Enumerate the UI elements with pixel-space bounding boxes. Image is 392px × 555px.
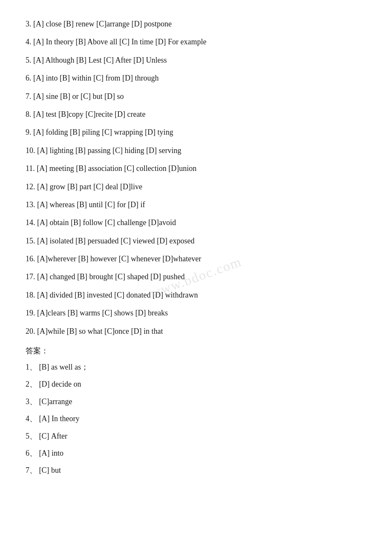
question-item: 8. [A] test [B]copy [C]recite [D] create — [26, 107, 366, 121]
answer-title: 答案： — [26, 346, 366, 356]
question-item: 17. [A] changed [B] brought [C] shaped [… — [26, 270, 366, 283]
question-list: 3. [A] close [B] renew [C]arrange [D] po… — [26, 17, 366, 320]
question-item: 10. [A] lighting [B] passing [C] hiding … — [26, 144, 366, 157]
question-item: 11. [A] meeting [B] association [C] coll… — [26, 162, 366, 175]
question-item: 15. [A] isolated [B] persuaded [C] viewe… — [26, 234, 366, 248]
answer-item: 4、 [A] In theory — [26, 412, 366, 425]
question-item: 5. [A] Although [B] Lest [C] After [D] U… — [26, 53, 366, 67]
question-item: 16. [A]wherever [B] however [C] whenever… — [26, 252, 366, 266]
question-item: 6. [A] into [B] within [C] from [D] thro… — [26, 71, 366, 85]
question-item: 9. [A] folding [B] piling [C] wrapping [… — [26, 125, 366, 139]
answer-item: 3、 [C]arrange — [26, 395, 366, 408]
answer-section: 答案： 1、 [B] as well as；2、 [D] decide on3、… — [26, 346, 366, 477]
question-item: 18. [A] divided [B] invested [C] donated… — [26, 288, 366, 302]
answer-item: 7、 [C] but — [26, 463, 366, 477]
question-item: 12. [A] grow [B] part [C] deal [D]live — [26, 180, 366, 194]
question-item: 7. [A] sine [B] or [C] but [D] so — [26, 90, 366, 103]
question-item: 14. [A] obtain [B] follow [C] challenge … — [26, 216, 366, 229]
question-item: 19. [A]clears [B] warms [C] shows [D] br… — [26, 306, 366, 320]
answer-item: 2、 [D] decide on — [26, 377, 366, 391]
question-item: 13. [A] whereas [B] until [C] for [D] if — [26, 198, 366, 211]
answer-item: 1、 [B] as well as； — [26, 360, 366, 374]
main-content: 3. [A] close [B] renew [C]arrange [D] po… — [0, 17, 392, 477]
question-item: 3. [A] close [B] renew [C]arrange [D] po… — [26, 17, 366, 31]
answer-item: 5、 [C] After — [26, 429, 366, 443]
question-20: 20. [A]while [B] so what [C]once [D] in … — [26, 324, 366, 338]
question-item: 4. [A] In theory [B] Above all [C] In ti… — [26, 35, 366, 49]
answer-list: 1、 [B] as well as；2、 [D] decide on3、 [C]… — [26, 360, 366, 477]
answer-item: 6、 [A] into — [26, 446, 366, 460]
